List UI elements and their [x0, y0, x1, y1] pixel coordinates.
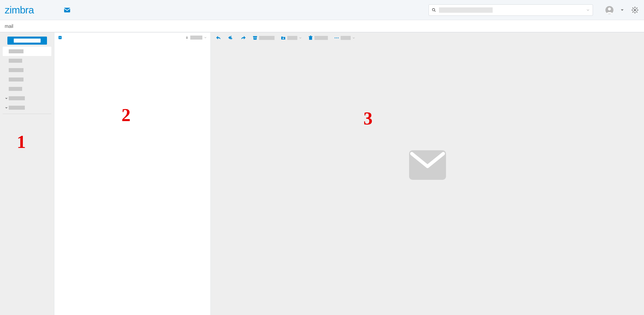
reply-button[interactable]	[215, 35, 221, 41]
account-icon[interactable]	[605, 6, 614, 14]
archive-label	[259, 36, 275, 40]
reply-all-button[interactable]	[228, 35, 234, 41]
message-toolbar	[211, 33, 644, 43]
archive-button[interactable]	[252, 35, 275, 41]
tab-bar: mail	[0, 20, 644, 32]
chevron-down-icon[interactable]	[4, 97, 9, 100]
annotation-2: 2	[121, 105, 131, 125]
folder-label	[9, 87, 22, 91]
message-list-header	[54, 33, 210, 43]
folder-item-expandable[interactable]	[3, 103, 51, 112]
forward-icon	[240, 35, 246, 41]
svg-rect-11	[632, 11, 634, 13]
chevron-down-icon[interactable]	[4, 106, 9, 109]
svg-rect-16	[253, 36, 257, 37]
svg-rect-17	[253, 38, 256, 40]
move-folder-icon	[281, 35, 286, 41]
folder-item-expandable[interactable]	[3, 94, 51, 103]
move-label	[287, 36, 297, 40]
compose-button-label	[14, 39, 41, 43]
folder-label	[9, 68, 23, 72]
svg-rect-18	[254, 38, 256, 38]
annotation-3: 3	[363, 108, 373, 129]
chevron-down-icon[interactable]	[204, 36, 207, 39]
delete-label	[314, 36, 328, 40]
svg-point-22	[335, 38, 336, 39]
trash-icon	[308, 35, 313, 41]
logo-text: zimbra	[5, 4, 34, 16]
reply-icon	[215, 35, 221, 41]
svg-rect-15	[59, 37, 61, 38]
reading-pane: 3	[211, 33, 644, 315]
folder-item[interactable]	[3, 75, 51, 84]
svg-line-2	[435, 10, 436, 11]
tab-mail[interactable]: mail	[5, 23, 13, 29]
compose-button[interactable]	[7, 37, 47, 45]
message-list-pane: 2	[54, 33, 211, 315]
folder-sidebar: 1	[0, 33, 54, 315]
main-layout: 1 2	[0, 32, 644, 315]
folder-label	[9, 49, 23, 53]
svg-rect-13	[636, 11, 638, 13]
svg-point-1	[432, 8, 435, 11]
chevron-down-icon[interactable]	[586, 8, 590, 12]
dropdown-caret-icon[interactable]	[618, 6, 627, 14]
app-header: zimbra	[0, 0, 644, 20]
folder-label	[9, 106, 25, 110]
more-label	[341, 36, 351, 40]
svg-rect-6	[635, 6, 635, 8]
svg-point-4	[608, 7, 611, 10]
search-placeholder	[439, 7, 493, 13]
svg-rect-7	[635, 12, 635, 13]
archive-icon	[252, 35, 258, 41]
svg-rect-12	[632, 7, 634, 9]
folder-label	[9, 96, 25, 100]
sort-arrow-down-icon[interactable]	[185, 36, 189, 40]
svg-rect-9	[637, 9, 639, 10]
app-logo[interactable]: zimbra	[5, 4, 58, 16]
svg-point-5	[634, 9, 636, 11]
folder-item[interactable]	[3, 56, 51, 65]
more-button[interactable]	[334, 35, 355, 41]
more-icon	[334, 35, 339, 41]
forward-button[interactable]	[240, 35, 246, 41]
chevron-down-icon[interactable]	[352, 36, 355, 40]
annotation-1: 1	[17, 132, 26, 152]
settings-gear-icon[interactable]	[631, 6, 639, 14]
svg-point-24	[338, 38, 339, 39]
header-actions	[605, 6, 639, 14]
folder-item[interactable]	[3, 84, 51, 94]
svg-rect-21	[310, 36, 311, 36]
svg-rect-10	[636, 7, 638, 9]
search-icon	[432, 8, 436, 12]
chevron-down-icon[interactable]	[299, 36, 302, 40]
delete-button[interactable]	[308, 35, 328, 41]
folder-item[interactable]	[3, 65, 51, 75]
svg-rect-8	[632, 9, 633, 10]
search-box[interactable]	[429, 4, 593, 16]
svg-point-23	[336, 38, 337, 39]
folder-label	[9, 59, 22, 63]
reply-all-icon	[228, 35, 234, 41]
empty-envelope-icon	[409, 150, 446, 180]
svg-rect-20	[309, 36, 312, 37]
divider	[3, 114, 51, 114]
svg-rect-19	[309, 37, 312, 40]
mail-app-icon[interactable]	[62, 5, 72, 15]
folder-item[interactable]	[3, 47, 51, 56]
folder-label	[9, 77, 23, 82]
sort-label[interactable]	[190, 36, 202, 40]
collapse-all-icon[interactable]	[58, 35, 62, 40]
move-button[interactable]	[281, 35, 302, 41]
